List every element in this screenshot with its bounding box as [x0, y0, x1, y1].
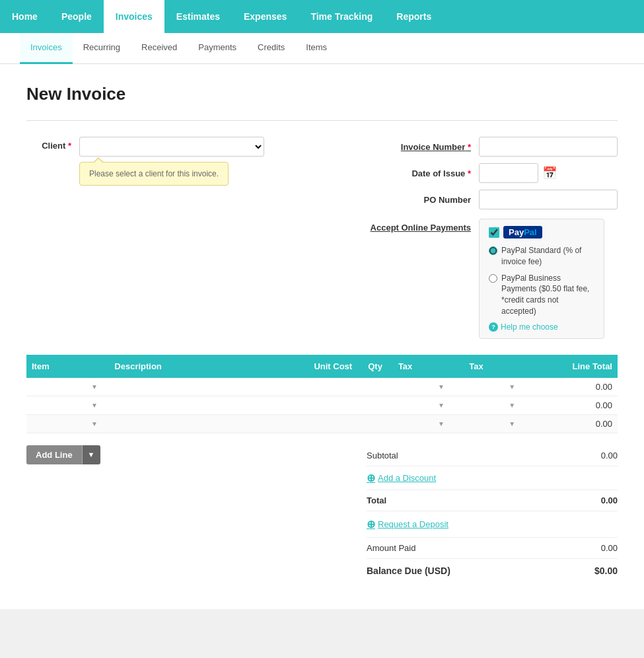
- item-chevron-2[interactable]: ▼: [91, 402, 98, 409]
- accept-payments-row: Accept Online Payments PayPal PayPal Sta…: [367, 219, 618, 339]
- invoice-number-row: Invoice Number * 0000202: [367, 137, 618, 157]
- item-input-2[interactable]: [32, 400, 91, 410]
- item-chevron-3[interactable]: ▼: [91, 420, 98, 427]
- paypal-header: PayPal: [489, 226, 594, 238]
- tax2-cell-1: ▼: [469, 382, 529, 391]
- qty-input-3[interactable]: [365, 420, 385, 429]
- add-discount-link[interactable]: ⊕ Add a Discount: [367, 472, 436, 484]
- po-number-label: PO Number: [367, 195, 479, 205]
- tax2-cell-2: ▼: [469, 400, 529, 410]
- cost-input-3[interactable]: [306, 420, 352, 429]
- nav-estimates[interactable]: Estimates: [164, 0, 232, 33]
- tax1-cell-3: ▼: [398, 419, 458, 428]
- form-section: Client * Please select a client for this…: [26, 120, 618, 339]
- date-of-issue-row: Date of Issue * 12/02/16 📅: [367, 163, 618, 183]
- deposit-row: ⊕ Request a Deposit: [367, 511, 618, 538]
- col-tax2: Tax: [464, 355, 534, 378]
- col-description: Description: [109, 355, 287, 378]
- top-nav: Home People Invoices Estimates Expenses …: [0, 0, 644, 33]
- tax2-input-3[interactable]: [469, 419, 509, 428]
- item-chevron-1[interactable]: ▼: [91, 383, 98, 390]
- request-deposit-link[interactable]: ⊕ Request a Deposit: [367, 518, 618, 530]
- tax2-chevron-2[interactable]: ▼: [509, 402, 515, 409]
- nav-invoices[interactable]: Invoices: [104, 0, 164, 33]
- subnav-recurring[interactable]: Recurring: [73, 33, 131, 63]
- sub-nav: Invoices Recurring Received Payments Cre…: [0, 33, 644, 64]
- table-row: ▼ ▼: [26, 378, 618, 396]
- tax2-input-2[interactable]: [469, 400, 509, 410]
- amount-paid-row: Amount Paid 0.00: [367, 538, 618, 559]
- add-line-dropdown-button[interactable]: ▼: [82, 445, 100, 464]
- tax1-input-2[interactable]: [398, 400, 438, 410]
- line-total-3: 0.00: [535, 414, 618, 433]
- total-label: Total: [367, 495, 386, 505]
- nav-reports[interactable]: Reports: [384, 0, 443, 33]
- paypal-box: PayPal PayPal Standard (% of invoice fee…: [479, 219, 604, 339]
- balance-due-label: Balance Due (USD): [367, 566, 450, 576]
- paypal-standard-radio[interactable]: [489, 246, 497, 255]
- qty-input-2[interactable]: [365, 401, 385, 410]
- tax1-chevron-3[interactable]: ▼: [438, 420, 445, 427]
- invoice-number-value: 0000202: [479, 137, 618, 157]
- desc-input-2[interactable]: [114, 401, 281, 410]
- help-choose-link[interactable]: ? Help me choose: [489, 322, 594, 332]
- item-input-3[interactable]: [32, 419, 91, 428]
- balance-due-row: Balance Due (USD) $0.00: [367, 559, 618, 583]
- nav-expenses[interactable]: Expenses: [232, 0, 299, 33]
- discount-plus-icon: ⊕: [367, 472, 375, 484]
- desc-input-1[interactable]: [114, 383, 281, 392]
- tax1-input-3[interactable]: [398, 419, 438, 428]
- accept-payments-label: Accept Online Payments: [367, 219, 479, 233]
- subtotal-label: Subtotal: [367, 451, 398, 460]
- help-icon: ?: [489, 322, 498, 332]
- nav-people[interactable]: People: [50, 0, 104, 33]
- tax2-chevron-3[interactable]: ▼: [509, 420, 515, 427]
- item-input-1[interactable]: [32, 382, 91, 391]
- cost-input-2[interactable]: [306, 401, 352, 410]
- right-form: Invoice Number * 0000202 Date of Issue *…: [367, 137, 618, 339]
- paypal-standard-option: PayPal Standard (% of invoice fee): [489, 245, 594, 268]
- tax2-chevron-1[interactable]: ▼: [509, 383, 515, 390]
- bottom-left: Add Line ▼: [26, 445, 367, 464]
- tax1-input-1[interactable]: [398, 382, 438, 391]
- tax1-cell-1: ▼: [398, 382, 458, 391]
- paypal-business-label: PayPal Business Payments ($0.50 flat fee…: [501, 273, 594, 317]
- tax1-chevron-1[interactable]: ▼: [438, 383, 445, 390]
- table-row: ▼ ▼: [26, 396, 618, 414]
- client-select[interactable]: [79, 137, 264, 157]
- tax1-chevron-2[interactable]: ▼: [438, 402, 445, 409]
- calendar-icon[interactable]: 📅: [542, 166, 557, 180]
- subnav-payments[interactable]: Payments: [188, 33, 247, 63]
- total-value: 0.00: [601, 495, 618, 505]
- tax2-input-1[interactable]: [469, 382, 509, 391]
- add-line-button[interactable]: Add Line: [26, 445, 82, 464]
- qty-input-1[interactable]: [365, 383, 385, 392]
- cost-input-1[interactable]: [306, 383, 352, 392]
- nav-home[interactable]: Home: [0, 0, 50, 33]
- col-unit-cost: Unit Cost: [287, 355, 357, 378]
- po-number-input[interactable]: [479, 190, 618, 209]
- paypal-checkbox[interactable]: [489, 227, 499, 238]
- paypal-business-radio[interactable]: [489, 274, 497, 283]
- client-required-star: *: [68, 141, 71, 151]
- subnav-items[interactable]: Items: [295, 33, 338, 63]
- subnav-invoices[interactable]: Invoices: [20, 33, 73, 64]
- client-field-value: Please select a client for this invoice.: [79, 137, 353, 186]
- client-label: Client *: [26, 137, 79, 151]
- bottom-area: Add Line ▼ Subtotal 0.00 ⊕ Add a Discoun…: [26, 440, 618, 583]
- subnav-received[interactable]: Received: [131, 33, 188, 63]
- invoice-table: Item Description Unit Cost Qty Tax Tax L…: [26, 355, 618, 433]
- nav-time-tracking[interactable]: Time Tracking: [299, 0, 384, 33]
- desc-input-3[interactable]: [114, 420, 281, 429]
- table-row: ▼ ▼: [26, 414, 618, 433]
- tax1-cell-2: ▼: [398, 400, 458, 410]
- summary-section: Subtotal 0.00 ⊕ Add a Discount Total 0.0…: [367, 445, 618, 583]
- date-of-issue-input[interactable]: 12/02/16: [479, 163, 538, 183]
- invoice-number-input[interactable]: 0000202: [479, 137, 618, 157]
- po-number-value: [479, 190, 618, 209]
- page-title: New Invoice: [26, 84, 618, 104]
- item-cell-3: ▼: [32, 419, 104, 428]
- subnav-credits[interactable]: Credits: [247, 33, 295, 63]
- client-field-row: Client * Please select a client for this…: [26, 137, 353, 186]
- date-of-issue-label: Date of Issue *: [367, 168, 479, 178]
